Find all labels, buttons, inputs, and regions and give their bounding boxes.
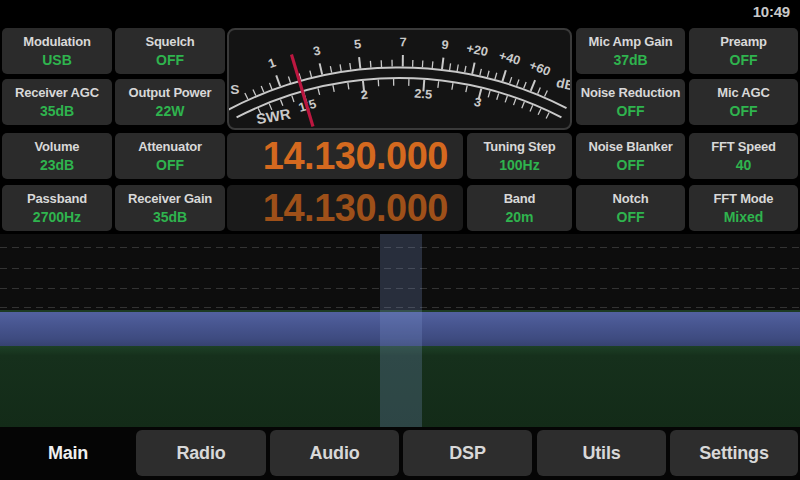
control-label: Noise Reduction	[576, 84, 685, 101]
tab-audio[interactable]: Audio	[270, 430, 399, 476]
control-value: 40	[689, 155, 798, 175]
svg-text:+20: +20	[465, 41, 489, 59]
vfo-b-digits: 14.130.000	[263, 185, 463, 231]
svg-text:5: 5	[353, 37, 362, 51]
control-label: Preamp	[689, 33, 798, 50]
control-value: 37dB	[576, 50, 685, 70]
svg-text:3: 3	[473, 95, 483, 110]
meter-face: 13579+20+40+601.522.53SdBSWR	[229, 30, 570, 128]
svg-text:7: 7	[399, 35, 406, 49]
svg-text:2: 2	[360, 88, 369, 102]
s-swr-meter: 13579+20+40+601.522.53SdBSWR	[227, 28, 572, 130]
control-attenuator[interactable]: Attenuator OFF	[115, 133, 225, 179]
clock: 10:49	[753, 3, 790, 20]
control-value: OFF	[576, 101, 685, 121]
control-passband[interactable]: Passband 2700Hz	[2, 185, 112, 231]
control-label: FFT Mode	[689, 190, 798, 207]
tab-main[interactable]: Main	[3, 430, 133, 476]
control-label: Notch	[576, 190, 685, 207]
tab-settings[interactable]: Settings	[670, 430, 798, 476]
tab-radio[interactable]: Radio	[136, 430, 266, 476]
control-label: Squelch	[115, 33, 225, 50]
control-fft-speed[interactable]: FFT Speed 40	[689, 133, 798, 179]
control-notch[interactable]: Notch OFF	[576, 185, 685, 231]
control-label: Noise Blanker	[576, 138, 685, 155]
control-value: 35dB	[2, 101, 112, 121]
control-band[interactable]: Band 20m	[467, 185, 572, 231]
control-value: OFF	[576, 155, 685, 175]
control-label: Receiver AGC	[2, 84, 112, 101]
control-label: FFT Speed	[689, 138, 798, 155]
svg-text:SWR: SWR	[255, 106, 292, 127]
svg-text:+40: +40	[497, 49, 522, 68]
control-fft-mode[interactable]: FFT Mode Mixed	[689, 185, 798, 231]
control-volume[interactable]: Volume 23dB	[2, 133, 112, 179]
control-label: Output Power	[115, 84, 225, 101]
control-label: Attenuator	[115, 138, 225, 155]
control-label: Mic AGC	[689, 84, 798, 101]
control-label: Volume	[2, 138, 112, 155]
svg-text:dB: dB	[555, 75, 570, 93]
control-value: 100Hz	[467, 155, 572, 175]
svg-text:1: 1	[266, 56, 277, 71]
control-label: Receiver Gain	[115, 190, 225, 207]
control-receiver-gain[interactable]: Receiver Gain 35dB	[115, 185, 225, 231]
tab-dsp[interactable]: DSP	[403, 430, 532, 476]
control-squelch[interactable]: Squelch OFF	[115, 28, 225, 74]
control-noise-blanker[interactable]: Noise Blanker OFF	[576, 133, 685, 179]
control-value: 2700Hz	[2, 207, 112, 227]
control-value: 23dB	[2, 155, 112, 175]
control-modulation[interactable]: Modulation USB	[2, 28, 112, 74]
control-value: OFF	[576, 207, 685, 227]
vfo-a-frequency[interactable]: 14.130.000	[227, 133, 463, 179]
svg-text:2.5: 2.5	[414, 87, 433, 102]
bottom-tab-bar: Main Radio Audio DSP Utils Settings	[0, 427, 800, 480]
svg-text:3: 3	[312, 44, 322, 59]
control-noise-reduction[interactable]: Noise Reduction OFF	[576, 79, 685, 125]
control-value: OFF	[689, 101, 798, 121]
control-tuning-step[interactable]: Tuning Step 100Hz	[467, 133, 572, 179]
vfo-b-frequency[interactable]: 14.130.000	[227, 185, 463, 231]
control-value: 22W	[115, 101, 225, 121]
control-mic-amp-gain[interactable]: Mic Amp Gain 37dB	[576, 28, 685, 74]
transceiver-main-screen: 10:49 Modulation USB Squelch OFF Mic Amp…	[0, 0, 800, 480]
control-value: USB	[2, 50, 112, 70]
control-value: OFF	[115, 50, 225, 70]
control-label: Mic Amp Gain	[576, 33, 685, 50]
spectrum-waterfall-display[interactable]	[0, 234, 800, 427]
vfo-a-digits: 14.130.000	[263, 133, 463, 179]
control-output-power[interactable]: Output Power 22W	[115, 79, 225, 125]
svg-text:+60: +60	[527, 58, 552, 79]
control-value: 35dB	[115, 207, 225, 227]
svg-text:9: 9	[441, 38, 450, 53]
tuning-cursor-column	[380, 234, 422, 427]
control-label: Band	[467, 190, 572, 207]
control-label: Tuning Step	[467, 138, 572, 155]
tab-utils[interactable]: Utils	[537, 430, 666, 476]
control-label: Modulation	[2, 33, 112, 50]
svg-text:S: S	[230, 83, 239, 98]
control-value: OFF	[689, 50, 798, 70]
control-mic-agc[interactable]: Mic AGC OFF	[689, 79, 798, 125]
control-label: Passband	[2, 190, 112, 207]
control-receiver-agc[interactable]: Receiver AGC 35dB	[2, 79, 112, 125]
control-value: 20m	[467, 207, 572, 227]
control-value: Mixed	[689, 207, 798, 227]
control-value: OFF	[115, 155, 225, 175]
control-preamp[interactable]: Preamp OFF	[689, 28, 798, 74]
